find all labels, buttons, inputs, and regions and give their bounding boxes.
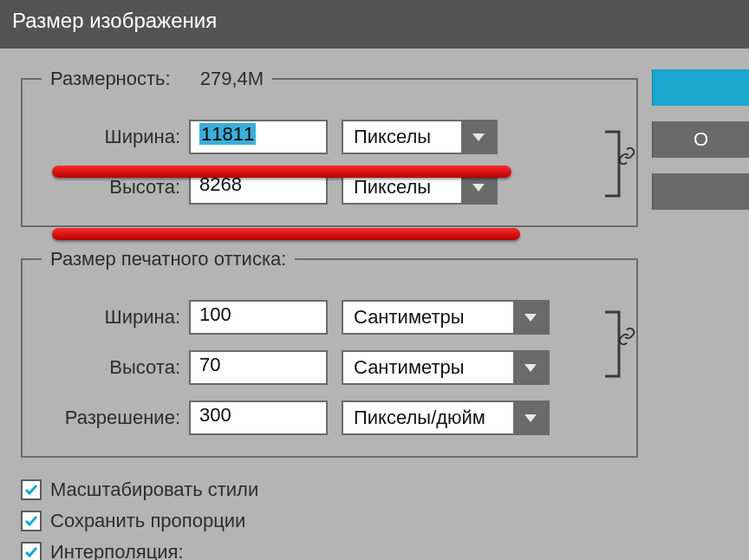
pd-width-label: Ширина: [42,126,189,148]
pd-width-unit-dropdown-button[interactable] [461,121,496,153]
checkbox-scale-styles-row: Масштабировать стили [21,479,638,501]
dialog-side-buttons: О [652,69,749,225]
pd-width-input[interactable]: 11811 [189,120,328,154]
checkbox-constrain-label: Сохранить пропорции [50,510,245,532]
checkbox-interpolate-row: Интерполяция: [21,541,638,560]
chevron-down-icon [524,414,537,422]
ps-resolution-unit-select[interactable]: Пикселы/дюйм [342,400,550,435]
chain-link-icon[interactable] [615,325,638,348]
checkbox-constrain-row: Сохранить пропорции [21,510,638,532]
chain-link-icon[interactable] [615,145,638,167]
ps-width-unit-select[interactable]: Сантиметры [342,300,550,335]
chevron-down-icon [472,133,485,141]
pixel-dimensions-value: 279,4M [200,68,264,89]
checkbox-constrain[interactable] [21,511,42,531]
annotation-redline-height [52,228,520,240]
ps-height-input[interactable]: 70 [189,350,328,385]
pixel-dimensions-group: Размерность: 279,4M Ширина: 11811 Пиксел… [21,68,638,227]
window-title: Размер изображения [0,0,749,49]
chevron-down-icon [524,314,537,322]
chevron-down-icon [524,364,537,372]
ps-width-unit-text: Сантиметры [343,304,513,330]
ps-width-unit-dropdown-button[interactable] [513,302,548,333]
pixel-dimensions-legend: Размерность: 279,4M [42,68,272,90]
ps-resolution-label: Разрешение: [42,407,189,429]
chevron-down-icon [472,184,485,192]
ps-resolution-unit-text: Пикселы/дюйм [343,405,513,431]
annotation-redline-width [52,166,511,178]
dialog-body: Размерность: 279,4M Ширина: 11811 Пиксел… [0,49,749,560]
print-size-legend: Размер печатного оттиска: [42,248,295,270]
auto-button[interactable] [652,173,749,210]
checkbox-interpolate[interactable] [21,542,42,560]
ps-resolution-input[interactable]: 300 [189,400,328,435]
ps-width-label: Ширина: [42,306,189,329]
ps-resolution-unit-dropdown-button[interactable] [513,402,548,433]
pixel-dimensions-legend-label: Размерность: [50,68,171,89]
pd-width-unit-select[interactable]: Пикселы [342,120,498,154]
pd-height-unit-text: Пикселы [343,174,461,200]
ps-height-label: Высота: [42,356,189,379]
checkbox-interpolate-label: Интерполяция: [50,541,184,560]
print-size-group: Размер печатного оттиска: Ширина: 100 Са… [21,248,638,458]
ok-button[interactable] [652,69,749,106]
ps-height-unit-select[interactable]: Сантиметры [342,350,550,385]
cancel-button[interactable]: О [652,121,749,158]
pd-height-label: Высота: [42,176,189,199]
ps-width-input[interactable]: 100 [189,300,328,335]
pd-width-unit-text: Пикселы [343,124,461,150]
checkbox-scale-styles-label: Масштабировать стили [50,479,258,501]
ps-height-unit-text: Сантиметры [343,355,513,381]
ps-height-unit-dropdown-button[interactable] [513,352,548,383]
checkbox-scale-styles[interactable] [21,479,42,500]
